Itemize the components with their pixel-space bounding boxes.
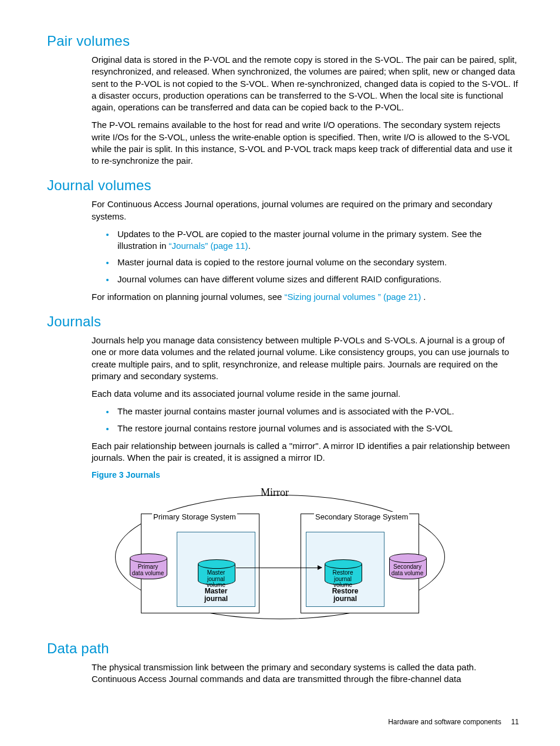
bullet-list: The master journal contains master journ…	[92, 406, 519, 434]
paragraph: The physical transmission link between t…	[92, 661, 519, 686]
master-journal-volume-cylinder-icon: Masterjournal volume	[198, 555, 234, 605]
restore-journal-volume-cylinder-icon: Restorejournal volume	[325, 555, 361, 605]
primary-storage-title: Primary Storage System	[152, 512, 237, 522]
link-sizing-journal-volumes[interactable]: “Sizing journal volumes ” (page 21)	[285, 292, 421, 302]
list-item: Journal volumes can have different volum…	[115, 274, 519, 285]
primary-storage-box: Primary Storage System Masterjournal Pri…	[141, 514, 259, 613]
heading-journals: Journals	[47, 313, 519, 330]
text: For information on planning journal volu…	[92, 292, 285, 302]
paragraph: Each pair relationship between journals …	[92, 440, 519, 464]
link-journals-page-11[interactable]: “Journals” (page 11)	[169, 241, 248, 251]
heading-data-path: Data path	[47, 640, 519, 657]
section-data-path: The physical transmission link between t…	[92, 661, 519, 686]
list-text: Master journal data is copied to the res…	[117, 257, 447, 267]
arrow-icon	[236, 568, 322, 568]
paragraph: For information on planning journal volu…	[92, 291, 519, 303]
heading-journal-volumes: Journal volumes	[47, 177, 519, 194]
list-item: Master journal data is copied to the res…	[115, 256, 519, 268]
list-item: The restore journal contains restore jou…	[115, 423, 519, 434]
bullet-list: Updates to the P-VOL are copied to the m…	[92, 228, 519, 285]
figure-caption: Figure 3 Journals	[92, 470, 519, 481]
figure-journals-diagram: Mirror Primary Storage System Masterjour…	[115, 485, 519, 626]
document-page: Pair volumes Original data is stored in …	[0, 0, 560, 746]
footer-text: Hardware and software components	[388, 718, 501, 726]
list-item: The master journal contains master journ…	[115, 406, 519, 417]
section-journal-volumes: For Continuous Access Journal operations…	[92, 198, 519, 303]
list-item: Updates to the P-VOL are copied to the m…	[115, 228, 519, 252]
page-footer: Hardware and software components 11	[388, 718, 519, 726]
section-pair-volumes: Original data is stored in the P-VOL and…	[92, 54, 519, 167]
mirror-label: Mirror	[261, 485, 289, 499]
paragraph: Each data volume and its associated jour…	[92, 388, 519, 400]
list-text: Journal volumes can have different volum…	[117, 274, 441, 284]
paragraph: Original data is stored in the P-VOL and…	[92, 54, 519, 113]
list-text: .	[248, 241, 251, 251]
secondary-data-volume-cylinder-icon: Secondarydata volume	[389, 549, 426, 593]
primary-data-volume-cylinder-icon: Primarydata volume	[130, 549, 166, 593]
paragraph: Journals help you manage data consistenc…	[92, 335, 519, 382]
page-number: 11	[511, 718, 519, 726]
paragraph: The P-VOL remains available to the host …	[92, 119, 519, 167]
secondary-storage-box: Secondary Storage System Restorejournal …	[301, 514, 419, 613]
text: .	[421, 292, 426, 302]
diagram: Mirror Primary Storage System Masterjour…	[115, 485, 444, 626]
paragraph: For Continuous Access Journal operations…	[92, 198, 519, 222]
section-journals: Journals help you manage data consistenc…	[92, 335, 519, 626]
secondary-storage-title: Secondary Storage System	[314, 512, 409, 522]
heading-pair-volumes: Pair volumes	[47, 33, 519, 49]
